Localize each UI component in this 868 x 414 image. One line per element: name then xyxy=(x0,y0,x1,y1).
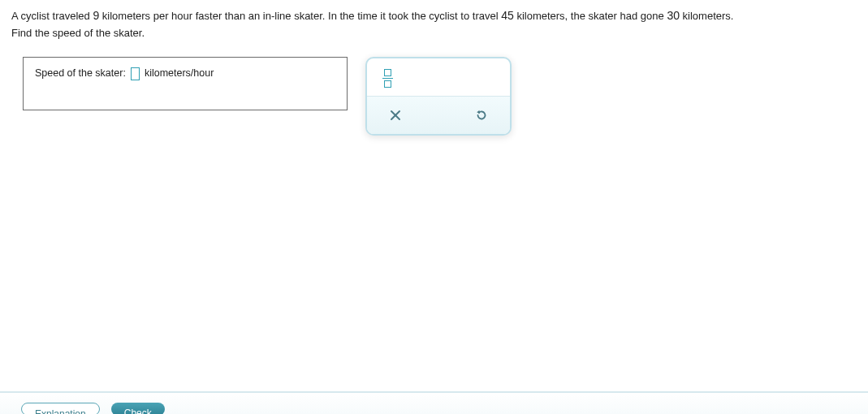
footer-bar: Explanation Check xyxy=(0,391,868,414)
work-area: Speed of the skater: kilometers/hour xyxy=(0,42,868,136)
undo-icon xyxy=(474,108,489,123)
tool-panel xyxy=(365,57,512,136)
q-part3: kilometers, the skater had gone xyxy=(514,10,667,22)
explanation-button[interactable]: Explanation xyxy=(21,403,100,414)
q-part4: kilometers. xyxy=(680,10,733,22)
svg-marker-2 xyxy=(477,110,480,113)
q-num3: 30 xyxy=(667,9,680,22)
tool-row-bottom xyxy=(367,96,510,134)
answer-box: Speed of the skater: kilometers/hour xyxy=(23,57,348,110)
q-part1: A cyclist traveled xyxy=(11,10,93,22)
answer-label: Speed of the skater: xyxy=(35,67,126,79)
question-text: A cyclist traveled 9 kilometers per hour… xyxy=(0,0,868,42)
answer-input[interactable] xyxy=(131,67,140,80)
clear-button[interactable] xyxy=(385,105,406,126)
close-icon xyxy=(389,109,402,122)
answer-units: kilometers/hour xyxy=(145,67,214,79)
q-part2: kilometers per hour faster than an in-li… xyxy=(99,10,501,22)
reset-button[interactable] xyxy=(471,105,492,126)
fraction-button[interactable] xyxy=(377,68,398,89)
q-line2: Find the speed of the skater. xyxy=(11,25,857,42)
check-button[interactable]: Check xyxy=(111,403,165,414)
tool-row-top xyxy=(375,65,502,96)
q-num2: 45 xyxy=(501,9,514,22)
fraction-icon xyxy=(382,69,393,88)
